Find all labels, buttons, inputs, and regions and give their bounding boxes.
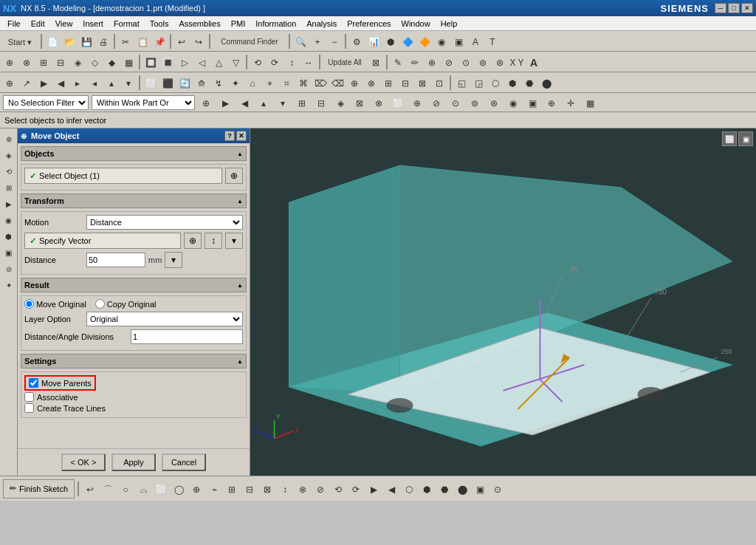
- viewport-btn-1[interactable]: ⬜: [722, 131, 737, 146]
- tb2-19[interactable]: ⊠: [368, 54, 384, 70]
- vec-icon-2[interactable]: ↕: [205, 233, 222, 249]
- btm-1[interactable]: ↩: [82, 481, 98, 497]
- tb-icon-5[interactable]: 🔶: [416, 33, 433, 49]
- filter-icon-20[interactable]: ✛: [563, 95, 579, 111]
- filter-icon-17[interactable]: ◉: [505, 95, 521, 111]
- tb2-13[interactable]: △: [210, 54, 227, 70]
- btm-2[interactable]: ⌒: [100, 481, 116, 497]
- tb3-16[interactable]: ⌖: [261, 75, 278, 91]
- filter-icon-6[interactable]: ⊞: [294, 95, 310, 111]
- filter-icon-21[interactable]: ▦: [582, 95, 598, 111]
- btm-24[interactable]: ⊙: [489, 481, 506, 497]
- menu-preferences[interactable]: Preferences: [343, 18, 395, 30]
- tb3-7[interactable]: ▴: [103, 75, 120, 91]
- tb2-3[interactable]: ⊞: [35, 54, 52, 70]
- btm-5[interactable]: ⬜: [153, 481, 169, 497]
- tb3-17[interactable]: ⌗: [278, 75, 295, 91]
- copy-original-input[interactable]: [95, 299, 105, 309]
- tb3-11[interactable]: 🔄: [176, 75, 193, 91]
- btm-12[interactable]: ↕: [277, 481, 293, 497]
- result-section-header[interactable]: Result ▲: [21, 278, 247, 292]
- menu-file[interactable]: File: [3, 18, 25, 30]
- paste-btn[interactable]: 📌: [151, 33, 168, 49]
- zoom-btn[interactable]: 🔍: [292, 33, 309, 49]
- move-original-input[interactable]: [24, 299, 34, 309]
- filter-icon-12[interactable]: ⊕: [409, 95, 425, 111]
- tb3-15[interactable]: ⌂: [244, 75, 261, 91]
- motion-dropdown[interactable]: Distance: [86, 215, 243, 230]
- tb3-25[interactable]: ⊠: [414, 75, 430, 91]
- apply-button[interactable]: Apply: [111, 453, 156, 471]
- tb3-8[interactable]: ▾: [120, 75, 137, 91]
- close-button[interactable]: ✕: [741, 3, 753, 13]
- btm-16[interactable]: ⟳: [348, 481, 364, 497]
- open-btn[interactable]: 📂: [61, 33, 78, 49]
- transform-section-header[interactable]: Transform ▲: [21, 193, 247, 208]
- undo-btn[interactable]: ↩: [173, 33, 190, 49]
- tb3-27[interactable]: ◱: [453, 75, 470, 91]
- tb3-18[interactable]: ⌘: [295, 75, 312, 91]
- tb2-7[interactable]: ◆: [103, 54, 120, 70]
- menu-format[interactable]: Format: [109, 18, 144, 30]
- distance-input[interactable]: [86, 253, 145, 267]
- filter-icon-5[interactable]: ▾: [275, 95, 291, 111]
- filter-icon-8[interactable]: ◈: [332, 95, 348, 111]
- ok-button[interactable]: < OK >: [61, 453, 106, 471]
- filter-icon-18[interactable]: ▣: [524, 95, 540, 111]
- save-btn[interactable]: 💾: [78, 33, 94, 49]
- objects-section-header[interactable]: Objects ▲: [21, 146, 247, 161]
- tb-icon-2[interactable]: 📊: [365, 33, 382, 49]
- tb3-12[interactable]: ⟰: [193, 75, 210, 91]
- tb3-31[interactable]: ⬣: [521, 75, 537, 91]
- filter-icon-10[interactable]: ⊗: [371, 95, 387, 111]
- tb-icon-9[interactable]: T: [484, 33, 501, 49]
- tb2-25[interactable]: ⊚: [475, 54, 491, 70]
- tb2-6[interactable]: ◇: [86, 54, 103, 70]
- tb2-21[interactable]: ✏: [407, 54, 423, 70]
- tb3-6[interactable]: ◂: [86, 75, 103, 91]
- tb2-11[interactable]: ▷: [176, 54, 193, 70]
- sidebar-icon-7[interactable]: ⬢: [1, 229, 16, 244]
- btm-7[interactable]: ⊕: [188, 481, 205, 497]
- selection-filter-dropdown[interactable]: No Selection Filter: [3, 95, 89, 110]
- tb3-10[interactable]: ⬛: [159, 75, 176, 91]
- redo-btn[interactable]: ↪: [190, 33, 207, 49]
- tb3-2[interactable]: ↗: [18, 75, 35, 91]
- move-parents-checkbox[interactable]: [29, 378, 38, 388]
- filter-icon-2[interactable]: ▶: [217, 95, 233, 111]
- tb-icon-8[interactable]: A: [467, 33, 484, 49]
- tb2-24[interactable]: ⊙: [458, 54, 474, 70]
- tb2-14[interactable]: ▽: [227, 54, 244, 70]
- tb3-13[interactable]: ↯: [210, 75, 227, 91]
- filter-icon-9[interactable]: ⊠: [351, 95, 368, 111]
- sidebar-icon-2[interactable]: ◈: [1, 148, 16, 162]
- tb3-32[interactable]: ⬤: [538, 75, 554, 91]
- filter-icon-15[interactable]: ⊚: [467, 95, 483, 111]
- tb2-10[interactable]: 🔳: [159, 54, 176, 70]
- minimize-button[interactable]: ─: [715, 3, 726, 13]
- tb3-19[interactable]: ⌦: [312, 75, 329, 91]
- filter-icon-7[interactable]: ⊟: [313, 95, 329, 111]
- select-add-btn[interactable]: ⊕: [225, 168, 243, 184]
- restore-button[interactable]: □: [728, 3, 740, 13]
- select-object-btn[interactable]: ✓ Select Object (1): [24, 168, 222, 184]
- start-btn[interactable]: Start ▾: [1, 33, 38, 49]
- menu-window[interactable]: Window: [397, 18, 435, 30]
- sidebar-icon-4[interactable]: ⊞: [1, 180, 16, 195]
- btm-4[interactable]: ⌓: [135, 481, 151, 497]
- tb3-28[interactable]: ◲: [470, 75, 487, 91]
- menu-assemblies[interactable]: Assemblies: [174, 18, 224, 30]
- tb3-3[interactable]: ▶: [35, 75, 52, 91]
- btm-3[interactable]: ○: [117, 481, 134, 497]
- tb2-26[interactable]: ⊛: [492, 54, 508, 70]
- filter-icon-4[interactable]: ▴: [255, 95, 272, 111]
- filter-icon-3[interactable]: ◀: [236, 95, 252, 111]
- tb-icon-1[interactable]: ⚙: [348, 33, 365, 49]
- settings-section-header[interactable]: Settings ▲: [21, 354, 247, 369]
- new-btn[interactable]: 📄: [44, 33, 61, 49]
- associative-checkbox[interactable]: [24, 392, 34, 402]
- update-all-btn[interactable]: Update All: [323, 54, 367, 70]
- btm-22[interactable]: ⬤: [454, 481, 470, 497]
- tb2-16[interactable]: ⟳: [267, 54, 283, 70]
- tb3-26[interactable]: ⊡: [431, 75, 447, 91]
